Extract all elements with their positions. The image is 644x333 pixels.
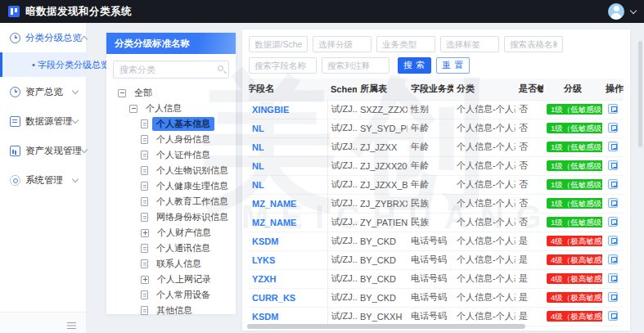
field-name-link[interactable]: NL <box>252 142 264 152</box>
sidebar-item[interactable]: 数据源管理 <box>0 106 86 136</box>
detail-icon[interactable] <box>608 273 618 283</box>
business-type-cell: 民族 <box>411 198 429 208</box>
category-cell: 个人信息-个人基本... <box>457 311 516 321</box>
category-cell: 个人信息-个人基本... <box>457 292 516 302</box>
owning-table-cell: BY_CKD <box>360 293 396 303</box>
detail-icon[interactable] <box>608 292 618 302</box>
owning-table-cell: BY_CKD <box>360 236 396 246</box>
field-name-link[interactable]: KSDM <box>252 312 278 322</box>
field-classification-main: 搜 索 重 置 字段名 Schema 所属表 字段业务类型 分类 <box>242 29 630 331</box>
tree-node-icon <box>141 197 148 206</box>
detail-icon[interactable] <box>608 179 618 189</box>
chevron-down-icon[interactable] <box>630 7 637 13</box>
tree-node[interactable]: 个人上网记录 <box>106 272 236 287</box>
field-name-link[interactable]: NL <box>252 124 264 133</box>
tree-node[interactable]: 个人生物识别信息 <box>106 163 236 178</box>
detail-icon[interactable] <box>608 311 618 321</box>
filter-input[interactable] <box>322 57 390 74</box>
field-name-link[interactable]: NL <box>252 180 264 190</box>
category-cell: 个人信息-个人基本... <box>457 179 516 189</box>
owning-table-cell: SY_SYD_PRINT <box>360 124 408 133</box>
sidebar-item[interactable]: 资产发现管理 <box>0 136 86 165</box>
tree-node-label: 个人信息 <box>142 101 186 115</box>
sidebar-item[interactable]: 资产总览 <box>0 77 86 106</box>
level-badge: 1级（低敏感级） <box>547 160 602 172</box>
field-name-link[interactable]: NL <box>252 161 264 171</box>
sensitive-cell: 否 <box>519 104 528 114</box>
tree-search-input[interactable] <box>113 61 229 79</box>
horizontal-scrollbar[interactable] <box>247 324 525 329</box>
collapse-sidebar-icon[interactable] <box>67 322 76 324</box>
tree-node-icon <box>141 213 148 222</box>
tree-node-icon <box>141 290 148 299</box>
sensitive-cell: 是 <box>519 236 528 245</box>
user-avatar[interactable] <box>608 3 624 20</box>
detail-icon[interactable] <box>608 123 618 133</box>
table-row: NL 试/ZJ... ZJ_JZXX 年龄 个人信息-个人基本... 否 1级（… <box>249 137 624 156</box>
category-cell: 个人信息-个人基本... <box>457 142 516 151</box>
detail-icon[interactable] <box>608 104 618 114</box>
field-name-link[interactable]: MZ_NAME <box>252 218 296 227</box>
sidebar-menu: 分类分级总览 字段分类分级总览 资产总览 数据源管理 <box>0 23 86 195</box>
sensitive-cell: 否 <box>519 198 528 208</box>
detail-icon[interactable] <box>608 198 618 208</box>
sidebar-item[interactable]: 系统管理 <box>0 165 86 195</box>
table-row: MZ_NAME 试/ZJ... ZJ_ZYBRXX 民族 个人信息-个人基本..… <box>249 194 624 213</box>
tree-node[interactable]: 个人信息 <box>106 101 236 116</box>
filter-input[interactable] <box>249 36 308 52</box>
level-badge: 1级（低敏感级） <box>547 217 602 228</box>
category-cell: 个人信息-个人基本... <box>457 104 516 114</box>
tree-node-icon <box>141 229 149 237</box>
field-name-link[interactable]: XINGBIE <box>252 105 289 115</box>
field-name-link[interactable]: LYKS <box>252 255 275 265</box>
field-name-link[interactable]: CURR_KS <box>252 293 295 303</box>
detail-icon[interactable] <box>608 236 618 245</box>
filter-input[interactable] <box>376 36 435 52</box>
category-cell: 个人信息-个人基本... <box>457 160 516 170</box>
owning-table-cell: BY_CKXH <box>360 312 402 322</box>
tree-node[interactable]: 个人财产信息 <box>106 225 236 241</box>
sidebar-item[interactable]: 字段分类分级总览 <box>0 52 86 77</box>
field-name-link[interactable]: KSDM <box>252 236 278 246</box>
detail-icon[interactable] <box>608 217 618 227</box>
filter-input[interactable] <box>249 57 317 74</box>
field-name-link[interactable]: MZ_NAME <box>252 199 296 209</box>
detail-icon[interactable] <box>608 160 618 170</box>
tree-node-label: 个人生物识别信息 <box>152 164 232 178</box>
filter-input[interactable] <box>504 36 563 52</box>
tree-node[interactable]: 全部 <box>106 85 236 101</box>
chevron-icon <box>72 175 79 182</box>
sidebar-item-icon <box>10 146 20 156</box>
detail-icon[interactable] <box>608 142 618 151</box>
owning-table-cell: ZJ_JZXX <box>360 142 397 152</box>
filter-input[interactable] <box>313 36 372 52</box>
category-cell: 个人信息-个人基本... <box>457 123 516 133</box>
search-button[interactable]: 搜 索 <box>398 57 431 74</box>
owning-table-cell: ZJ_JZXX200... <box>360 161 408 171</box>
tree-node[interactable]: 个人身份信息 <box>106 132 236 147</box>
reset-button[interactable]: 重 置 <box>436 57 470 74</box>
detail-icon[interactable] <box>608 254 618 264</box>
tree-node[interactable]: 网络身份标识信息 <box>106 209 236 225</box>
tree-node[interactable]: 联系人信息 <box>106 256 236 272</box>
tree-search <box>113 61 229 79</box>
level-badge: 1级（低敏感级） <box>547 104 602 115</box>
classification-tree: 全部 个人信息 个人基本信息 个人身份信息 个人证件信息 <box>106 82 236 318</box>
sidebar-footer <box>0 312 86 333</box>
tree-node[interactable]: 个人证件信息 <box>106 147 236 163</box>
tree-node[interactable]: 个人常用设备 <box>106 287 236 303</box>
field-name-link[interactable]: YZXH <box>252 274 276 284</box>
vertical-scrollbar[interactable] <box>638 41 642 147</box>
tree-node[interactable]: 个人健康生理信息 <box>106 178 236 194</box>
tree-node[interactable]: 个人通讯信息 <box>106 241 236 256</box>
tree-node[interactable]: 其他信息 <box>106 303 236 318</box>
tree-node[interactable]: 个人基本信息 <box>106 116 236 132</box>
business-type-cell: 电话号码 <box>411 311 447 321</box>
tree-node-label: 个人身份信息 <box>152 133 214 146</box>
sidebar-item-icon <box>10 33 20 43</box>
sidebar-item[interactable]: 分类分级总览 <box>0 23 86 52</box>
filter-input[interactable] <box>440 36 499 52</box>
sensitive-cell: 否 <box>519 142 528 151</box>
tree-node-icon <box>141 259 148 268</box>
tree-node[interactable]: 个人教育工作信息 <box>106 194 236 209</box>
